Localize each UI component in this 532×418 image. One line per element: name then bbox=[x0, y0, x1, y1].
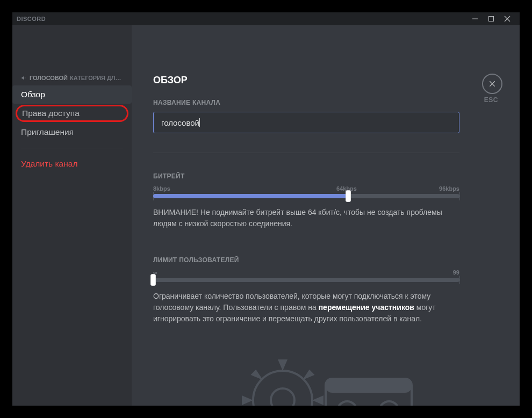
sidebar-channel-name: ГОЛОСОВОЙ bbox=[30, 75, 68, 81]
bitrate-slider-thumb[interactable] bbox=[346, 190, 351, 202]
sidebar-separator bbox=[21, 148, 123, 148]
bitrate-label: БИТРЕЙТ bbox=[153, 172, 498, 180]
app-window: DISCORD ГОЛОСОВОЙ КАТЕГОРИЯ ДЛ… Обзор Пр… bbox=[12, 12, 520, 406]
user-limit-label: ЛИМИТ ПОЛЬЗОВАТЕЛЕЙ bbox=[153, 256, 498, 264]
bitrate-min-label: 8kbps bbox=[153, 185, 170, 192]
settings-sidebar: ГОЛОСОВОЙ КАТЕГОРИЯ ДЛ… Обзор Права дост… bbox=[12, 25, 132, 406]
channel-name-label: НАЗВАНИЕ КАНАЛА bbox=[153, 99, 498, 106]
sidebar-item-overview[interactable]: Обзор bbox=[12, 85, 132, 104]
channel-name-section: НАЗВАНИЕ КАНАЛА голосовой bbox=[153, 99, 498, 133]
bitrate-slider-fill bbox=[153, 194, 348, 198]
svg-rect-1 bbox=[489, 17, 494, 21]
content-area: ГОЛОСОВОЙ КАТЕГОРИЯ ДЛ… Обзор Права дост… bbox=[12, 25, 520, 406]
sidebar-item-label: Обзор bbox=[21, 90, 45, 99]
settings-main: ESC ОБЗОР НАЗВАНИЕ КАНАЛА голосовой БИТР… bbox=[132, 25, 520, 406]
sidebar-item-delete-channel[interactable]: Удалить канал bbox=[12, 155, 132, 173]
channel-name-input[interactable]: голосовой bbox=[153, 112, 459, 133]
user-limit-slider-labels: ∞ 99 bbox=[153, 269, 459, 276]
user-limit-max-label: 99 bbox=[453, 269, 459, 276]
bitrate-slider-labels: 8kbps 64kbps 96kbps bbox=[153, 185, 459, 192]
volume-icon bbox=[21, 75, 27, 81]
svg-rect-8 bbox=[326, 379, 412, 406]
bitrate-slider[interactable] bbox=[153, 194, 459, 198]
bitrate-warning: ВНИМАНИЕ! Не поднимайте битрейт выше 64 … bbox=[153, 207, 459, 229]
close-settings-button[interactable] bbox=[482, 74, 502, 94]
sidebar-header: ГОЛОСОВОЙ КАТЕГОРИЯ ДЛ… bbox=[12, 75, 132, 85]
user-limit-slider-thumb[interactable] bbox=[150, 274, 156, 286]
svg-point-6 bbox=[253, 371, 312, 406]
divider bbox=[153, 153, 459, 153]
svg-point-12 bbox=[379, 401, 399, 406]
page-title: ОБЗОР bbox=[153, 75, 498, 86]
channel-name-value: голосовой bbox=[161, 118, 199, 127]
app-logo: DISCORD bbox=[17, 16, 46, 22]
svg-rect-9 bbox=[326, 379, 412, 393]
decorative-illustration bbox=[175, 347, 476, 406]
sidebar-item-label: Права доступа bbox=[22, 109, 80, 118]
close-settings-label: ESC bbox=[484, 96, 498, 104]
window-maximize-button[interactable] bbox=[483, 12, 499, 25]
titlebar: DISCORD bbox=[12, 12, 520, 25]
sidebar-item-label: Приглашения bbox=[21, 127, 74, 136]
sidebar-category-name: КАТЕГОРИЯ ДЛ… bbox=[70, 75, 121, 81]
bitrate-section: БИТРЕЙТ 8kbps 64kbps 96kbps ВНИМАНИЕ! Не… bbox=[153, 172, 498, 229]
text-caret bbox=[199, 118, 200, 127]
user-limit-slider[interactable] bbox=[153, 278, 459, 282]
user-limit-description: Ограничивает количество пользователей, к… bbox=[153, 291, 459, 325]
user-limit-section: ЛИМИТ ПОЛЬЗОВАТЕЛЕЙ ∞ 99 Ограничивает ко… bbox=[153, 256, 498, 325]
sidebar-item-permissions[interactable]: Права доступа bbox=[16, 105, 128, 122]
user-limit-desc-bold: перемещение участников bbox=[319, 303, 414, 312]
svg-point-10 bbox=[337, 401, 357, 406]
svg-point-7 bbox=[271, 388, 294, 406]
window-close-button[interactable] bbox=[499, 12, 515, 25]
sidebar-item-invites[interactable]: Приглашения bbox=[12, 123, 132, 141]
window-minimize-button[interactable] bbox=[467, 12, 483, 25]
bitrate-max-label: 96kbps bbox=[439, 185, 459, 192]
sidebar-item-label: Удалить канал bbox=[21, 159, 77, 168]
